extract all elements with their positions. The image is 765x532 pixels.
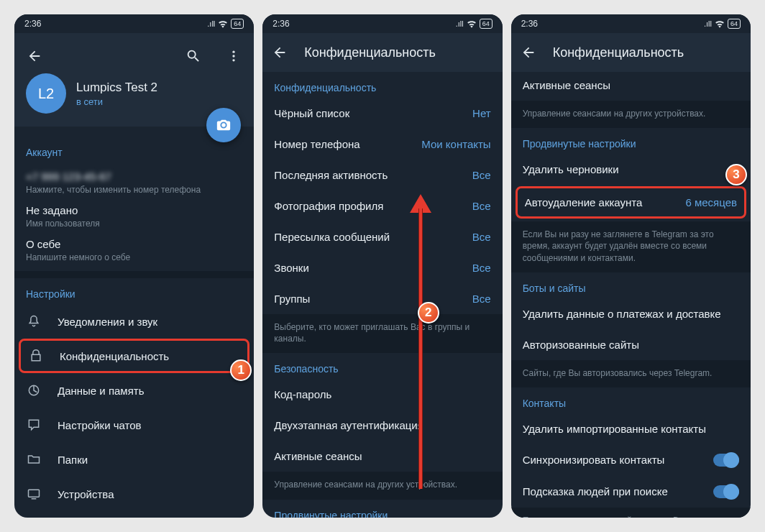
profile-name: Lumpics Test 2 — [76, 81, 157, 95]
row-sessions[interactable]: Активные сеансы — [262, 441, 502, 472]
status-icons: .ıll 64 — [207, 19, 244, 29]
folder-icon — [26, 451, 42, 467]
toggle-sync[interactable] — [713, 454, 739, 467]
svg-point-0 — [233, 51, 235, 53]
data-icon — [26, 382, 42, 398]
status-icons: .ıll 64 — [704, 19, 741, 29]
wifi-icon — [715, 20, 725, 28]
status-time: 2:36 — [272, 19, 289, 29]
row-phone[interactable]: +7 999 123-45-67 Нажмите, чтобы изменить… — [14, 162, 254, 196]
phone-screen-2: 2:36 .ıll 64 Конфиденциальность Конфиден… — [262, 14, 502, 518]
row-sync-contacts[interactable]: Синхронизировать контакты — [511, 444, 751, 476]
wifi-icon — [467, 20, 477, 28]
row-websites[interactable]: Авторизованные сайты — [511, 329, 751, 360]
back-icon[interactable] — [271, 44, 288, 61]
svg-point-2 — [233, 59, 235, 61]
row-forward[interactable]: Пересылка сообщений Все — [262, 221, 502, 252]
signal-icon: .ıll — [207, 19, 215, 28]
badge-3: 3 — [725, 164, 747, 185]
row-autodelete[interactable]: Автоудаление аккаунта 6 месяцев — [518, 188, 744, 216]
status-icons: .ıll 64 — [456, 19, 493, 29]
battery-icon: 64 — [728, 19, 741, 29]
section-advanced: Продвинутые настройки — [511, 128, 751, 154]
section-advanced: Продвинутые настройки — [262, 500, 502, 518]
section-settings: Настройки — [14, 278, 254, 304]
row-drafts[interactable]: Удалить черновики — [511, 154, 751, 185]
more-icon[interactable] — [225, 47, 242, 65]
phone-hint: Нажмите, чтобы изменить номер телефона — [26, 185, 242, 195]
row-bio[interactable]: О себе Напишите немного о себе — [14, 230, 254, 278]
section-contacts: Контакты — [511, 387, 751, 413]
app-bar: Конфиденциальность — [511, 33, 751, 72]
status-time: 2:36 — [24, 19, 41, 29]
back-icon[interactable] — [26, 47, 43, 65]
badge-2: 2 — [418, 302, 439, 324]
highlight-autodelete: Автоудаление аккаунта 6 месяцев 3 — [516, 186, 746, 219]
row-phone-privacy[interactable]: Номер телефона Мои контакты — [262, 129, 502, 160]
suggest-hint: Показывать пользователей, которым Вы час… — [511, 508, 751, 518]
profile-header: L2 Lumpics Test 2 в сети — [14, 33, 254, 127]
row-lastseen[interactable]: Последняя активность Все — [262, 160, 502, 191]
bell-icon — [26, 313, 42, 329]
signal-icon: .ıll — [704, 19, 712, 28]
row-suggest[interactable]: Подсказка людей при поиске — [511, 476, 751, 508]
arrow-annotation — [418, 194, 423, 489]
page-title: Конфиденциальность — [553, 45, 742, 60]
row-sessions[interactable]: Активные сеансы — [511, 72, 751, 101]
row-groups[interactable]: Группы Все — [262, 283, 502, 314]
status-time: 2:36 — [521, 19, 538, 29]
lock-icon — [28, 348, 44, 364]
websites-hint: Сайты, где Вы авторизовались через Teleg… — [511, 360, 751, 387]
row-passcode[interactable]: Код-пароль — [262, 379, 502, 410]
app-bar: Конфиденциальность — [262, 33, 502, 72]
autodelete-hint: Если Вы ни разу не заглянете в Telegram … — [511, 221, 751, 272]
back-icon[interactable] — [520, 44, 537, 61]
status-bar: 2:36 .ıll 64 — [262, 14, 502, 33]
section-security: Безопасность — [262, 353, 502, 379]
phone-screen-3: 2:36 .ıll 64 Конфиденциальность Активные… — [511, 14, 751, 518]
toggle-suggest[interactable] — [713, 485, 739, 498]
status-bar: 2:36 .ıll 64 — [511, 14, 751, 33]
svg-rect-4 — [29, 490, 40, 497]
wifi-icon — [218, 20, 228, 28]
battery-icon: 64 — [231, 19, 244, 29]
row-chat-settings[interactable]: Настройки чатов — [14, 408, 254, 442]
status-bar: 2:36 .ıll 64 — [14, 14, 254, 33]
row-blocklist[interactable]: Чёрный список Нет — [262, 98, 502, 129]
row-calls[interactable]: Звонки Все — [262, 252, 502, 283]
row-language[interactable]: Язык — [14, 511, 254, 518]
section-privacy: Конфиденциальность — [262, 72, 502, 98]
sessions-hint: Управление сеансами на других устройства… — [511, 101, 751, 128]
row-notifications[interactable]: Уведомления и звук — [14, 304, 254, 339]
sessions-hint: Управление сеансами на других устройства… — [262, 472, 502, 499]
highlight-privacy: Конфиденциальность 1 — [19, 339, 249, 373]
row-username[interactable]: Не задано Имя пользователя — [14, 196, 254, 230]
row-privacy[interactable]: Конфиденциальность — [21, 341, 247, 371]
svg-point-1 — [233, 55, 235, 57]
section-bots: Боты и сайты — [511, 272, 751, 298]
phone-value: +7 999 123-45-67 — [26, 170, 242, 183]
row-devices[interactable]: Устройства — [14, 477, 254, 511]
battery-icon: 64 — [480, 19, 493, 29]
row-profile-photo[interactable]: Фотография профиля Все — [262, 191, 502, 221]
devices-icon — [26, 486, 42, 502]
row-payments[interactable]: Удалить данные о платежах и доставке — [511, 298, 751, 329]
avatar[interactable]: L2 — [26, 73, 66, 114]
row-delete-contacts[interactable]: Удалить импортированные контакты — [511, 413, 751, 444]
profile-status: в сети — [76, 96, 157, 107]
signal-icon: .ıll — [456, 19, 464, 28]
row-folders[interactable]: Папки — [14, 442, 254, 477]
row-data[interactable]: Данные и память — [14, 373, 254, 408]
phone-screen-1: 2:36 .ıll 64 L2 Lumpics Test 2 — [14, 14, 254, 518]
groups-hint: Выберите, кто может приглашать Вас в гру… — [262, 314, 502, 353]
page-title: Конфиденциальность — [304, 45, 493, 60]
row-twostep[interactable]: Двухэтапная аутентификация — [262, 410, 502, 441]
chat-icon — [26, 417, 42, 433]
search-icon[interactable] — [185, 47, 202, 65]
camera-fab[interactable] — [206, 108, 241, 142]
